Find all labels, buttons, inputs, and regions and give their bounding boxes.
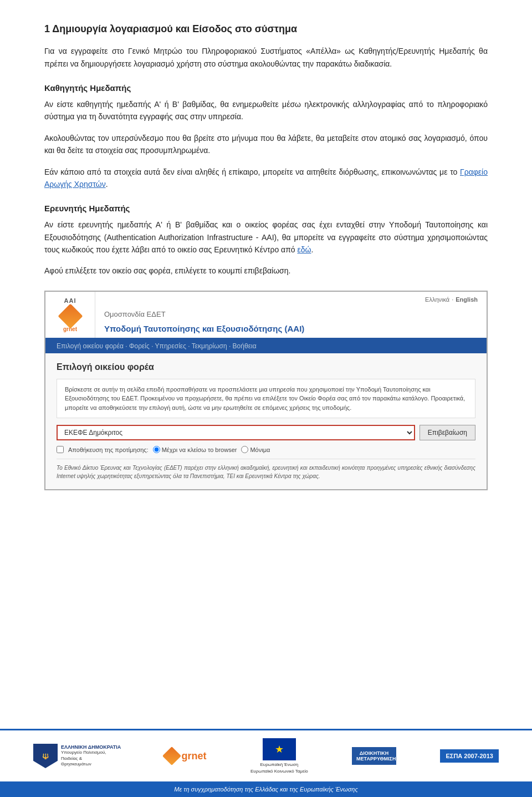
lang-separator: ·	[452, 296, 453, 303]
erevnitis-section-title: Ερευνητής Ημεδαπής	[44, 204, 488, 213]
logo-side: AAI grnet	[45, 292, 95, 338]
greek-republic-inner: 🔱 ΕΛΛΗΝΙΚΗ ΔΗΜΟΚΡΑΤΙΑ Υπουργείο Πολιτισμ…	[33, 744, 121, 768]
greek-republic-text: ΕΛΛΗΝΙΚΗ ΔΗΜΟΚΡΑΤΙΑ Υπουργείο Πολιτισμού…	[61, 744, 121, 767]
save-option1-label[interactable]: Μέχρι να κλείσω το browser	[153, 446, 237, 453]
nav-items: Επιλογή οικείου φορέα · Φορείς · Υπηρεσί…	[57, 342, 257, 350]
title-lang-side: Ελληνικά · English Ομοσπονδία ΕΔΕΤ Υποδο…	[95, 292, 487, 338]
page-title: 1 Δημιουργία λογαριασμού και Είσοδος στο…	[44, 22, 488, 36]
erevnitis-paragraph2: Αφού επιλέξετε τον οικείο σας φορέα, επι…	[44, 265, 488, 277]
page-footer-area: 🔱 ΕΛΛΗΝΙΚΗ ΔΗΜΟΚΡΑΤΙΑ Υπουργείο Πολιτισμ…	[0, 729, 532, 797]
main-content-area: Επιλογή οικείου φορέα Βρίσκεστε σε αυτήν…	[45, 353, 487, 490]
aai-sub-title: Υποδομή Ταυτοποίησης και Εξουσιοδότησης …	[104, 324, 478, 333]
edw-link[interactable]: εδώ	[297, 245, 311, 254]
save-pref-label: Αποθήκευση της προτίμησης:	[68, 446, 149, 453]
kathigitis-paragraph1: Αν είστε καθηγητής ημεδαπής Α' ή Β' βαθμ…	[44, 98, 488, 123]
save-preference-row: Αποθήκευση της προτίμησης: Μέχρι να κλεί…	[57, 446, 475, 453]
english-lang[interactable]: English	[456, 296, 478, 303]
grnet-diamond-logo	[58, 303, 83, 328]
save-option2-label[interactable]: Μόνιμα	[241, 446, 270, 453]
espa1-block: ΔΙΟΙΚΗΤΙΚΗ ΜΕΤΑΡΡΥΘΜΙΣΗ	[352, 747, 396, 765]
org-select[interactable]: ΕΚΕΦΕ Δημόκριτος	[57, 425, 415, 440]
eu-logo-block: ★ Ευρωπαϊκή Ένωση Ευρωπαϊκό Κοινωνικό Τα…	[250, 738, 308, 774]
screenshot-footer-text: Το Εθνικό Δίκτυο Έρευνας και Τεχνολογίας…	[57, 459, 475, 480]
espa2-block: ΕΣΠΑ 2007-2013	[440, 749, 499, 763]
greek-lang[interactable]: Ελληνικά	[425, 296, 449, 303]
screenshot-container: AAI grnet Ελληνικά · English Ομοσπονδία …	[44, 291, 488, 491]
save-pref-checkbox[interactable]	[57, 446, 64, 453]
grnet-footer-block: grnet	[165, 749, 207, 763]
footer-logos-row: 🔱 ΕΛΛΗΝΙΚΗ ΔΗΜΟΚΡΑΤΙΑ Υπουργείο Πολιτισμ…	[0, 729, 532, 781]
eu-flag-icon: ★	[263, 738, 296, 760]
eu-sublabel: Ευρωπαϊκό Κοινωνικό Ταμείο	[250, 769, 308, 774]
aai-header: AAI grnet Ελληνικά · English Ομοσπονδία …	[45, 292, 487, 339]
save-option1-radio[interactable]	[153, 446, 160, 453]
save-option2-radio[interactable]	[241, 446, 248, 453]
espa2-logo: ΕΣΠΑ 2007-2013	[440, 749, 499, 763]
intro-paragraph: Για να εγγραφείτε στο Γενικό Μητρώο του …	[44, 45, 488, 70]
eu-label: Ευρωπαϊκή Ένωση	[260, 762, 298, 767]
kathigitis-paragraph2: Ακολουθώντας τον υπερσύνδεσμο που θα βρε…	[44, 132, 488, 157]
screenshot-page-heading: Επιλογή οικείου φορέα	[57, 362, 475, 372]
greek-republic-logo-block: 🔱 ΕΛΛΗΝΙΚΗ ΔΗΜΟΚΡΑΤΙΑ Υπουργείο Πολιτισμ…	[33, 744, 121, 768]
aai-label-text: AAI	[64, 297, 76, 304]
lang-selector: Ελληνικά · English	[104, 296, 478, 303]
description-box: Βρίσκεστε σε αυτήν τη σελίδα επειδή προσ…	[57, 379, 475, 419]
confirm-button[interactable]: Επιβεβαίωση	[420, 425, 475, 440]
greek-shield-icon: 🔱	[33, 744, 58, 768]
kathigitis-section-title: Καθηγητής Ημεδαπής	[44, 83, 488, 93]
aai-main-title: Ομοσπονδία ΕΔΕΤ	[104, 310, 478, 318]
kathigitis-paragraph3: Εάν κάποιο από τα στοιχεία αυτά δεν είνα…	[44, 166, 488, 191]
grnet-footer-text: grnet	[182, 750, 207, 762]
erevnitis-paragraph1: Αν είστε ερευνητής ημεδαπής Α' ή Β' βαθμ…	[44, 219, 488, 256]
footer-stripe: Με τη συγχρηματοδότηση της Ελλάδας και τ…	[0, 781, 532, 797]
nav-bar: Επιλογή οικείου φορέα · Φορείς · Υπηρεσί…	[45, 339, 487, 353]
selector-row: ΕΚΕΦΕ Δημόκριτος Επιβεβαίωση	[57, 425, 475, 440]
espa1-logo: ΔΙΟΙΚΗΤΙΚΗ ΜΕΤΑΡΡΥΘΜΙΣΗ	[352, 747, 396, 765]
grnet-footer-diamond-icon	[162, 747, 181, 765]
